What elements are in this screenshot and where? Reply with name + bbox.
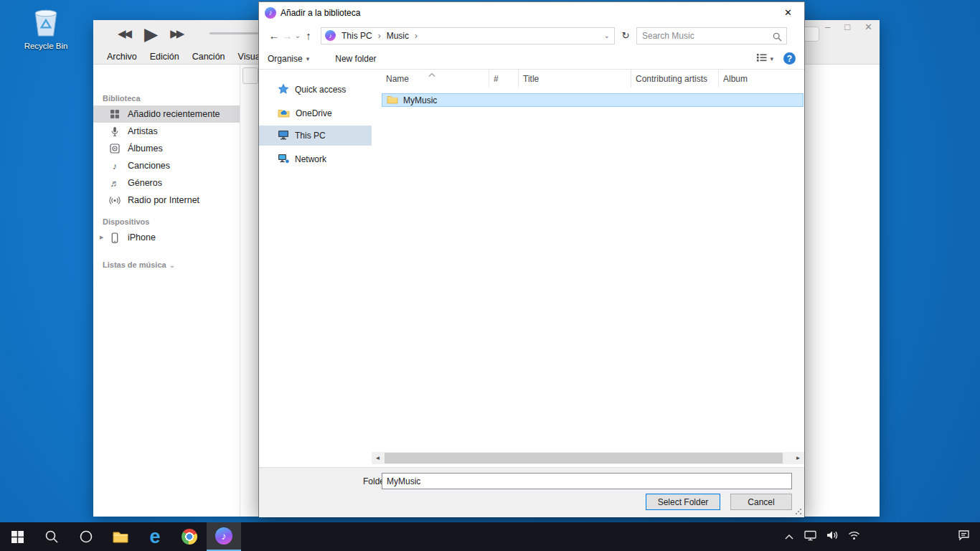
menu-edicion[interactable]: Edición — [143, 49, 186, 65]
wifi-tray-icon[interactable] — [848, 530, 860, 543]
view-mode-button[interactable]: ▾ — [757, 53, 773, 64]
resize-grip[interactable] — [795, 508, 802, 515]
dropdown-icon: ▾ — [770, 55, 773, 62]
cortana-button[interactable] — [69, 522, 103, 551]
play-button[interactable]: ▶ — [144, 24, 158, 44]
chrome-button[interactable] — [172, 522, 207, 551]
address-dropdown-icon[interactable]: ⌄ — [604, 32, 610, 39]
menu-cancion[interactable]: Canción — [186, 49, 232, 65]
dialog-navigation-bar: ← → ⌄ ↑ ♪ This PC › Music › ⌄ ↻ — [259, 23, 804, 48]
sidebar-item-songs[interactable]: ♪ Canciones — [93, 157, 240, 174]
new-folder-button[interactable]: New folder — [335, 54, 376, 64]
volume-slider[interactable] — [209, 32, 258, 34]
playlists-header[interactable]: Listas de música⌄ — [103, 260, 175, 269]
chevron-down-icon: ⌄ — [169, 261, 175, 269]
itunes-sidebar: Biblioteca Añadido recientemente Artista… — [93, 65, 240, 517]
back-icon[interactable]: ← — [268, 29, 281, 42]
edge-button[interactable]: e — [138, 522, 172, 551]
volume-tray-icon[interactable] — [826, 530, 838, 543]
sidebar-item-label: Añadido recientemente — [128, 109, 220, 119]
sidebar-item-label: Canciones — [128, 161, 170, 171]
column-number[interactable]: # — [489, 70, 519, 88]
breadcrumb-this-pc[interactable]: This PC — [339, 30, 374, 42]
music-location-icon: ♪ — [325, 30, 336, 41]
chrome-icon — [182, 529, 197, 545]
nav-item-network[interactable]: Network — [259, 149, 372, 169]
scroll-left-icon[interactable]: ◄ — [372, 452, 384, 464]
maximize-icon[interactable]: □ — [844, 22, 850, 32]
scroll-right-icon[interactable]: ► — [792, 452, 804, 464]
folder-name-input[interactable] — [382, 473, 792, 489]
dialog-footer: Folder: Select Folder Cancel — [259, 467, 804, 517]
show-hidden-icons-chevron[interactable] — [784, 530, 794, 543]
file-explorer-icon — [112, 529, 129, 544]
dialog-body: Quick access OneDrive This PC — [259, 70, 804, 467]
recycle-bin[interactable]: Recycle Bin — [22, 6, 70, 50]
action-center-icon[interactable] — [958, 529, 970, 544]
search-input[interactable] — [637, 28, 786, 44]
recycle-bin-label: Recycle Bin — [22, 42, 70, 50]
sidebar-item-iphone[interactable]: ▶ iPhone — [93, 229, 240, 246]
new-folder-label: New folder — [335, 54, 376, 64]
itunes-taskbar-button[interactable]: ♪ — [207, 522, 241, 551]
organise-button[interactable]: Organise ▾ — [268, 54, 309, 64]
help-button[interactable]: ? — [783, 52, 796, 65]
column-contributing-artists[interactable]: Contributing artists — [631, 70, 719, 88]
search-icon — [44, 529, 59, 544]
genres-icon: ♬ — [109, 178, 121, 189]
start-button[interactable] — [0, 522, 34, 551]
scrollbar-thumb[interactable] — [385, 453, 783, 463]
select-folder-button[interactable]: Select Folder — [646, 494, 720, 510]
sort-ascending-icon — [428, 70, 436, 80]
song-note-icon: ♪ — [109, 161, 121, 171]
sidebar-item-artists[interactable]: Artistas — [93, 123, 240, 140]
search-box — [636, 27, 787, 44]
menu-archivo[interactable]: Archivo — [100, 49, 143, 65]
sidebar-item-albums[interactable]: Álbumes — [93, 140, 240, 157]
column-title[interactable]: Title — [519, 70, 631, 88]
disclosure-icon[interactable]: ▶ — [100, 235, 103, 240]
search-icon — [773, 32, 782, 44]
devices-header: Dispositivos — [103, 217, 149, 226]
taskbar: e ♪ — [0, 522, 980, 551]
nav-item-label: OneDrive — [296, 108, 332, 118]
history-chevron-icon[interactable]: ⌄ — [293, 32, 302, 39]
nav-item-quick-access[interactable]: Quick access — [259, 80, 372, 100]
nav-item-onedrive[interactable]: OneDrive — [259, 103, 372, 123]
nav-item-this-pc[interactable]: This PC — [259, 126, 372, 146]
up-icon[interactable]: ↑ — [302, 29, 315, 42]
playlists-header-label: Listas de música — [103, 260, 166, 269]
breadcrumb-music[interactable]: Music — [385, 30, 411, 42]
file-explorer-button[interactable] — [103, 522, 138, 551]
itunes-app-icon: ♪ — [265, 7, 276, 19]
more-button[interactable] — [242, 67, 258, 84]
sidebar-item-internet-radio[interactable]: Radio por Internet — [93, 192, 240, 209]
sidebar-item-recently-added[interactable]: Añadido recientemente — [93, 105, 240, 123]
close-icon[interactable]: ✕ — [864, 22, 872, 32]
column-album[interactable]: Album — [719, 70, 804, 88]
onedrive-icon — [278, 108, 290, 120]
refresh-icon[interactable]: ↻ — [618, 30, 633, 41]
horizontal-scrollbar[interactable]: ◄ ► — [372, 452, 804, 464]
close-icon[interactable]: ✕ — [772, 2, 804, 22]
search-button[interactable] — [34, 522, 69, 551]
microphone-icon — [109, 126, 121, 137]
file-list-area: Name # Title Contributing artists Album … — [372, 70, 804, 467]
computer-icon — [278, 130, 289, 142]
album-icon — [109, 143, 121, 154]
sidebar-item-genres[interactable]: ♬ Géneros — [93, 174, 240, 192]
rewind-button[interactable]: ◀◀ — [118, 27, 132, 40]
nav-item-label: This PC — [295, 131, 326, 141]
recycle-bin-icon — [32, 27, 60, 39]
sidebar-item-label: iPhone — [128, 232, 156, 242]
file-row-mymusic[interactable]: MyMusic — [382, 93, 804, 107]
display-tray-icon[interactable] — [804, 530, 816, 544]
radio-broadcast-icon — [109, 196, 121, 205]
sidebar-item-label: Géneros — [128, 178, 162, 188]
nav-item-label: Quick access — [295, 85, 346, 95]
minimize-icon[interactable]: – — [825, 22, 830, 32]
address-bar[interactable]: ♪ This PC › Music › ⌄ — [321, 27, 615, 44]
cancel-button[interactable]: Cancel — [730, 494, 792, 510]
forward-button[interactable]: ▶▶ — [170, 27, 184, 40]
windows-logo-icon — [11, 531, 24, 543]
